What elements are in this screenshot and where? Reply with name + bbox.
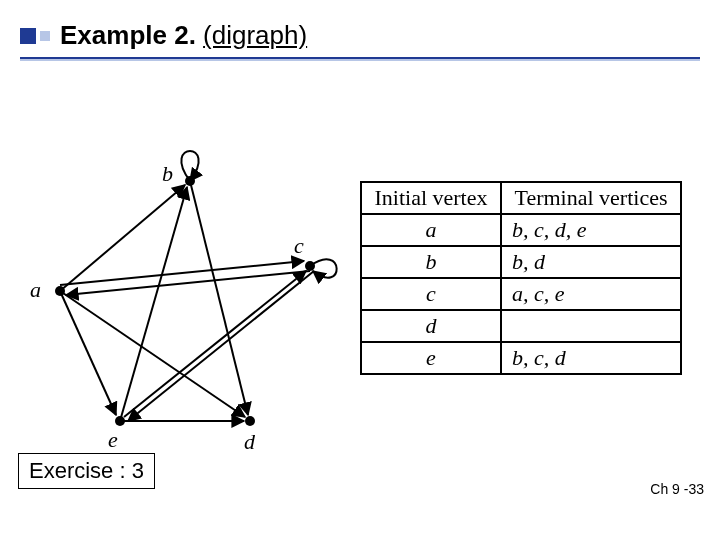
- svg-line-2: [66, 271, 310, 295]
- cell-adj: b, c, d, e: [501, 214, 681, 246]
- table-row: c a, c, e: [361, 278, 681, 310]
- table-header-row: Initial vertex Terminal vertices: [361, 182, 681, 214]
- header-terminal: Terminal vertices: [501, 182, 681, 214]
- cell-adj: a, c, e: [501, 278, 681, 310]
- slide-footer: Ch 9 -33: [650, 481, 704, 497]
- vertex-label-a: a: [30, 277, 41, 303]
- title-strong: Example 2.: [60, 20, 196, 50]
- cell-vertex: c: [361, 278, 501, 310]
- vertex-label-b: b: [162, 161, 173, 187]
- adjacency-table-wrap: Initial vertex Terminal vertices a b, c,…: [360, 181, 682, 375]
- digraph-figure: a b c d e: [30, 121, 350, 461]
- header-initial: Initial vertex: [361, 182, 501, 214]
- svg-line-7: [124, 271, 306, 417]
- vertex-label-e: e: [108, 427, 118, 453]
- cell-adj: b, c, d: [501, 342, 681, 374]
- svg-point-13: [245, 416, 255, 426]
- svg-line-5: [190, 181, 248, 415]
- vertex-label-d: d: [244, 429, 255, 455]
- digraph-svg: [30, 121, 350, 461]
- table-row: b b, d: [361, 246, 681, 278]
- cell-vertex: e: [361, 342, 501, 374]
- title-bar: Example 2. (digraph): [0, 0, 720, 51]
- content: a b c d e Initial vertex Terminal vertic…: [0, 61, 720, 511]
- cell-adj: [501, 310, 681, 342]
- adjacency-table: Initial vertex Terminal vertices a b, c,…: [360, 181, 682, 375]
- svg-point-11: [185, 176, 195, 186]
- table-row: a b, c, d, e: [361, 214, 681, 246]
- table-row: e b, c, d: [361, 342, 681, 374]
- svg-point-10: [55, 286, 65, 296]
- table-row: d: [361, 310, 681, 342]
- cell-vertex: d: [361, 310, 501, 342]
- cell-vertex: a: [361, 214, 501, 246]
- page-title: Example 2. (digraph): [60, 20, 307, 50]
- title-accent-square: [20, 28, 36, 44]
- cell-vertex: b: [361, 246, 501, 278]
- vertex-label-c: c: [294, 233, 304, 259]
- svg-line-1: [60, 261, 304, 285]
- cell-adj: b, d: [501, 246, 681, 278]
- title-accent-square-small: [40, 31, 50, 41]
- title-rest: (digraph): [203, 20, 307, 50]
- exercise-box: Exercise : 3: [18, 453, 155, 489]
- svg-point-12: [305, 261, 315, 271]
- svg-point-14: [115, 416, 125, 426]
- svg-line-6: [120, 187, 187, 421]
